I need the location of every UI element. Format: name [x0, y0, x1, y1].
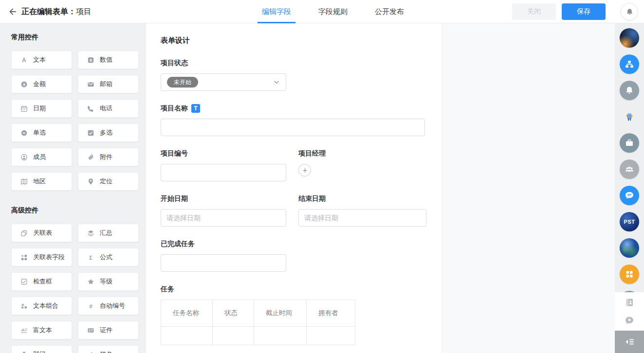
- org-structure-icon[interactable]: [620, 54, 639, 74]
- control-card-text-combo[interactable]: 文本组合: [11, 297, 72, 315]
- form-builder-app: 正在编辑表单：项目 编辑字段字段规则公开发布 关闭 保存 常用控件A文本6数值¥…: [0, 0, 644, 353]
- palette-section-title: 高级控件: [11, 206, 135, 215]
- control-card-formula[interactable]: Σ公式: [78, 248, 139, 266]
- user-avatar[interactable]: [620, 28, 639, 48]
- tab-0[interactable]: 编辑字段: [262, 0, 291, 23]
- number-icon: 6: [87, 56, 94, 64]
- pst-app-badge[interactable]: PST: [620, 212, 639, 231]
- control-card-label: 附件: [100, 153, 112, 161]
- tasks-empty-cell[interactable]: [307, 327, 355, 345]
- team-icon[interactable]: [620, 159, 639, 179]
- address-book-icon[interactable]: [624, 297, 635, 308]
- control-card-label: 地区: [33, 177, 46, 186]
- field-label: 项目经理: [298, 149, 425, 158]
- control-card-signature[interactable]: 签名: [78, 345, 139, 353]
- phone-icon: [87, 105, 94, 112]
- bell-app-icon[interactable]: [620, 81, 639, 100]
- department-icon: [20, 351, 28, 353]
- row-number-manager: 项目编号 项目经理: [161, 149, 425, 181]
- control-card-checkbox[interactable]: 检查框: [11, 272, 72, 291]
- apps-grid-icon[interactable]: [620, 265, 639, 284]
- save-button[interactable]: 保存: [562, 3, 606, 20]
- field-label: 项目名称 T: [161, 104, 425, 113]
- control-card-date[interactable]: 日期: [11, 99, 72, 118]
- start-date-input[interactable]: [161, 209, 286, 227]
- top-bar: 正在编辑表单：项目 编辑字段字段规则公开发布 关闭 保存: [0, 0, 644, 23]
- control-card-rich-text[interactable]: A富文本: [11, 321, 72, 339]
- control-card-auto-number[interactable]: #自动编号: [78, 297, 139, 315]
- email-icon: [87, 81, 94, 88]
- feedback-plus-icon[interactable]: [624, 315, 635, 326]
- control-card-location[interactable]: 定位: [78, 172, 139, 191]
- completed-tasks-input[interactable]: [161, 254, 286, 272]
- signature-icon: [87, 351, 94, 353]
- control-card-member[interactable]: 成员: [11, 148, 72, 166]
- control-card-linked-table-field[interactable]: 关联表字段: [11, 248, 72, 266]
- palette-grid: A文本6数值¥金额邮箱日期电话单选多选成员附件地区定位: [11, 51, 135, 191]
- field-project-manager: 项目经理: [298, 149, 425, 181]
- collapse-rail-button[interactable]: [615, 331, 644, 353]
- chat-icon[interactable]: [620, 186, 639, 205]
- tab-1[interactable]: 字段规则: [318, 0, 348, 23]
- form-design-canvas: 表单设计 项目状态 未开始 项目名称 T 项目编号 项目经理: [146, 23, 442, 353]
- control-card-label: 关联表: [33, 229, 52, 237]
- tasks-empty-cell[interactable]: [254, 327, 307, 345]
- end-date-input[interactable]: [298, 209, 426, 227]
- field-completed-tasks: 已完成任务: [161, 240, 425, 272]
- control-card-multi-select[interactable]: 多选: [78, 124, 139, 142]
- tasks-table[interactable]: 任务名称状态截止时间拥有者: [161, 300, 355, 345]
- control-card-region[interactable]: 地区: [11, 172, 72, 191]
- briefcase-icon[interactable]: [620, 133, 639, 153]
- field-start-date: 开始日期: [161, 194, 286, 227]
- control-card-linked-table[interactable]: 关联表: [11, 224, 72, 242]
- control-card-label: 部门: [33, 350, 46, 353]
- tasks-empty-cell[interactable]: [161, 327, 213, 345]
- row-dates: 开始日期 结束日期: [161, 194, 425, 227]
- control-card-label: 单选: [33, 128, 46, 137]
- field-label: 结束日期: [298, 194, 426, 203]
- control-card-rating[interactable]: 等级: [78, 272, 139, 291]
- chevron-down-icon: [273, 79, 280, 86]
- tasks-empty-cell[interactable]: [213, 327, 254, 345]
- project-number-input[interactable]: [161, 164, 286, 181]
- linked-table-field-icon: [20, 254, 28, 261]
- single-select-icon: [20, 129, 28, 137]
- back-button[interactable]: 正在编辑表单：项目: [8, 0, 92, 23]
- project-name-input[interactable]: [161, 119, 425, 136]
- control-card-label: 文本: [33, 55, 46, 64]
- formula-icon: Σ: [87, 254, 94, 261]
- control-card-amount[interactable]: ¥金额: [11, 75, 72, 93]
- field-project-name: 项目名称 T: [161, 104, 425, 136]
- notification-bell-button[interactable]: [621, 3, 638, 20]
- control-card-attachment[interactable]: 附件: [78, 148, 139, 166]
- control-card-label: 日期: [33, 104, 46, 113]
- form-name: 项目: [76, 7, 92, 16]
- header-tabs: 编辑字段字段规则公开发布: [262, 0, 404, 23]
- control-card-summary[interactable]: 汇总: [78, 224, 139, 242]
- page-title: 正在编辑表单：项目: [21, 7, 92, 17]
- location-icon: [87, 178, 94, 185]
- control-card-label: 关联表字段: [33, 253, 65, 262]
- control-card-department[interactable]: 部门: [11, 345, 72, 353]
- close-button[interactable]: 关闭: [512, 3, 556, 20]
- project-status-select[interactable]: 未开始: [161, 73, 286, 91]
- tasks-table-empty-row: [161, 327, 355, 345]
- control-card-single-select[interactable]: 单选: [11, 124, 72, 142]
- rich-text-icon: A: [20, 327, 28, 334]
- rating-icon: [87, 278, 94, 285]
- add-manager-button[interactable]: [298, 164, 311, 176]
- control-card-text[interactable]: A文本: [11, 51, 72, 69]
- control-card-number[interactable]: 6数值: [78, 51, 139, 69]
- control-card-email[interactable]: 邮箱: [78, 75, 139, 93]
- control-card-certificate[interactable]: 证件: [78, 321, 139, 339]
- control-card-label: 检查框: [33, 277, 52, 286]
- globe-app[interactable]: [620, 238, 639, 258]
- checkbox-icon: [20, 278, 28, 285]
- region-icon: [20, 178, 28, 185]
- robot-mascot[interactable]: [620, 107, 639, 126]
- page-title-prefix: 正在编辑表单：: [21, 7, 76, 16]
- field-label: 任务: [161, 285, 425, 294]
- control-card-phone[interactable]: 电话: [78, 99, 139, 118]
- text-icon: A: [20, 56, 28, 64]
- tab-2[interactable]: 公开发布: [375, 0, 404, 23]
